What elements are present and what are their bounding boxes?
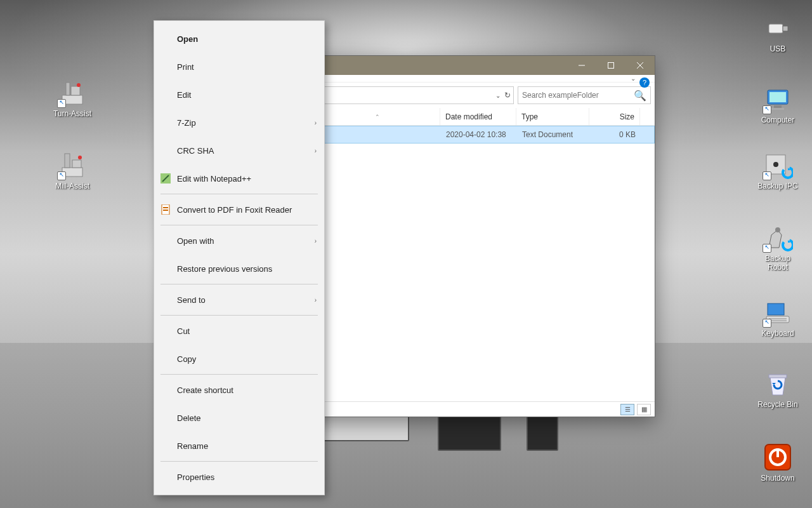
desktop-icon-usb[interactable]: USB	[755, 13, 801, 53]
recycle-bin-icon	[763, 368, 793, 399]
context-menu-item[interactable]: Convert to PDF in Foxit Reader	[154, 196, 324, 224]
file-size-cell: 0 KB	[590, 130, 641, 139]
column-header-date[interactable]: Date modified	[440, 108, 516, 125]
desktop-icon-label: Turn-Assist	[49, 109, 95, 118]
svg-rect-9	[783, 26, 788, 31]
machine-icon	[57, 77, 88, 108]
chevron-right-icon: ›	[315, 119, 317, 126]
desktop-icon-label: Recycle Bin	[755, 400, 801, 409]
desktop-icon-label: Keyboard	[755, 329, 801, 338]
desktop-icon-recycle-bin[interactable]: Recycle Bin	[755, 368, 801, 409]
context-menu-item[interactable]: Copy	[154, 345, 324, 373]
file-date-cell: 2020-04-02 10:38	[441, 130, 517, 139]
context-menu-item-label: Open with	[177, 236, 214, 246]
context-menu-item-label: 7-Zip	[177, 118, 196, 128]
view-details-button[interactable]: ☰	[620, 404, 634, 415]
help-icon[interactable]: ?	[639, 77, 650, 88]
computer-icon	[763, 84, 793, 114]
view-icons-button[interactable]: ▦	[637, 404, 651, 415]
backup-ipc-icon	[763, 150, 793, 180]
desktop-icon-keyboard[interactable]: Keyboard	[755, 297, 801, 338]
desktop-icon-shutdown[interactable]: Shutdown	[755, 442, 801, 483]
chevron-right-icon: ›	[315, 297, 317, 304]
context-menu-item[interactable]: 7-Zip›	[154, 109, 324, 137]
context-menu-separator	[160, 225, 318, 225]
context-menu-item-label: Copy	[177, 354, 196, 364]
context-menu-item[interactable]: Open	[154, 25, 324, 53]
context-menu-item-label: Print	[177, 62, 194, 72]
close-button[interactable]	[625, 56, 655, 75]
desktop-icon-label: Mill-Assist	[49, 182, 95, 190]
svg-rect-1	[66, 83, 70, 95]
svg-rect-8	[769, 24, 783, 33]
search-box[interactable]: 🔍	[518, 86, 651, 104]
context-menu-item-label: Edit	[177, 90, 191, 100]
svg-point-17	[775, 227, 780, 232]
context-menu-item-label: Rename	[177, 441, 208, 451]
context-menu-item[interactable]: Restore previous versions	[154, 255, 324, 283]
svg-rect-2	[71, 86, 80, 95]
search-input[interactable]	[522, 91, 634, 100]
context-menu-item[interactable]: Edit with Notepad++	[154, 164, 324, 192]
context-menu-separator	[160, 461, 318, 462]
svg-rect-33	[163, 207, 168, 208]
svg-rect-11	[769, 92, 786, 102]
context-menu-item[interactable]: Create shortcut	[154, 376, 324, 404]
refresh-icon[interactable]: ↻	[504, 91, 511, 100]
context-menu-item[interactable]: Send to›	[154, 286, 324, 314]
svg-point-7	[78, 156, 82, 159]
context-menu-separator	[160, 315, 318, 316]
search-icon[interactable]: 🔍	[634, 90, 646, 102]
column-header-type[interactable]: Type	[516, 108, 589, 125]
context-menu-item-label: Edit with Notepad++	[177, 174, 251, 184]
context-menu-item[interactable]: CRC SHA›	[154, 137, 324, 164]
context-menu-item[interactable]: Rename	[154, 432, 324, 460]
shortcut-arrow-icon	[763, 244, 771, 253]
maximize-button[interactable]	[596, 56, 625, 75]
context-menu-item-label: Cut	[177, 326, 190, 336]
context-menu-item-label: CRC SHA	[177, 146, 214, 156]
context-menu-item[interactable]: Open with›	[154, 227, 324, 255]
context-menu-item[interactable]: Edit	[154, 81, 324, 109]
desktop-icon-backup-ipc[interactable]: Backup IPC	[755, 150, 801, 190]
chevron-down-icon[interactable]: ⌄	[495, 92, 501, 99]
shortcut-arrow-icon	[763, 319, 771, 328]
svg-rect-34	[163, 210, 168, 211]
foxit-icon	[160, 204, 171, 215]
context-menu-separator	[160, 194, 318, 194]
desktop-icon-computer[interactable]: Computer	[755, 84, 801, 124]
sort-indicator-icon: ⌃	[375, 114, 380, 120]
context-menu-separator	[160, 284, 318, 284]
desktop-icon-label: Computer	[755, 116, 801, 124]
context-menu-item[interactable]: Properties	[154, 463, 324, 491]
svg-rect-13	[771, 108, 784, 110]
chevron-right-icon: ›	[315, 147, 317, 154]
column-header-size[interactable]: Size	[589, 108, 640, 125]
desktop-icon-label: USB	[755, 44, 801, 53]
context-menu-item-label: Create shortcut	[177, 385, 233, 395]
context-menu-item[interactable]: Delete	[154, 404, 324, 432]
svg-rect-12	[774, 105, 782, 108]
desktop-icon-mill-assist[interactable]: Mill-Assist	[49, 150, 95, 190]
context-menu: OpenPrintEdit7-Zip›CRC SHA›Edit with Not…	[154, 20, 325, 495]
desktop-icon-label: Shutdown	[755, 474, 801, 483]
context-menu-item-label: Send to	[177, 295, 206, 305]
minimize-button[interactable]	[567, 56, 596, 75]
desktop-icon-backup-robot[interactable]: Backup Robot	[755, 222, 801, 272]
context-menu-item[interactable]: Print	[154, 53, 324, 81]
desktop-icon-label: Backup IPC	[755, 182, 801, 190]
svg-point-15	[773, 162, 778, 167]
desktop-icon-label: Backup Robot	[755, 254, 801, 272]
machine-icon	[57, 150, 88, 180]
svg-point-3	[77, 83, 81, 87]
chevron-right-icon: ›	[315, 237, 317, 244]
context-menu-separator	[160, 374, 318, 375]
context-menu-item[interactable]: Cut	[154, 317, 324, 345]
context-menu-item-label: Restore previous versions	[177, 264, 272, 274]
shortcut-arrow-icon	[57, 99, 66, 108]
desktop-icon-turn-assist[interactable]: Turn-Assist	[49, 77, 95, 118]
chevron-down-icon[interactable]: ⌄	[631, 75, 636, 82]
svg-rect-28	[608, 63, 614, 69]
shutdown-icon	[763, 442, 793, 472]
shortcut-arrow-icon	[763, 105, 771, 114]
